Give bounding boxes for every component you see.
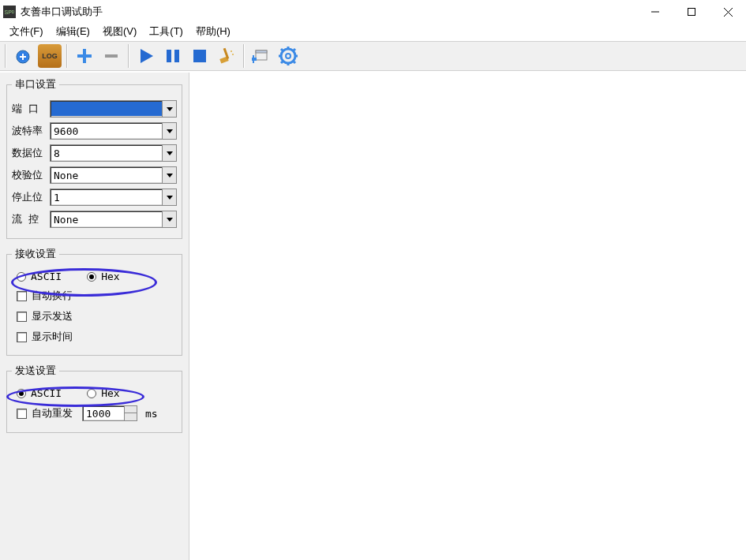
recv-hex-label: Hex: [101, 271, 119, 282]
svg-point-31: [286, 54, 291, 58]
baud-value: 9600: [54, 125, 78, 137]
svg-rect-25: [256, 50, 267, 53]
interval-value: 1000: [86, 408, 111, 420]
menu-bar: 文件(F) 编辑(E) 视图(V) 工具(T) 帮助(H): [0, 24, 746, 41]
send-ascii-label: ASCII: [31, 387, 62, 399]
chevron-down-icon[interactable]: [162, 101, 176, 117]
svg-rect-15: [105, 54, 118, 58]
svg-line-39: [293, 49, 295, 51]
baud-combobox[interactable]: 9600: [50, 122, 177, 140]
svg-rect-12: [20, 56, 26, 58]
new-window-button[interactable]: [249, 44, 273, 68]
svg-rect-14: [77, 54, 92, 58]
toolbar-separator: [243, 44, 245, 68]
databits-label: 数据位: [12, 146, 50, 160]
svg-line-37: [293, 61, 295, 63]
send-hex-label: Hex: [101, 387, 119, 399]
chevron-down-icon[interactable]: [162, 123, 176, 139]
settings-button[interactable]: [276, 44, 300, 68]
databits-combobox[interactable]: 8: [50, 144, 177, 162]
port-combobox[interactable]: [50, 100, 177, 118]
baud-label: 波特率: [12, 124, 50, 138]
svg-point-23: [232, 54, 234, 55]
interval-spinner[interactable]: 1000: [82, 405, 137, 421]
menu-tools[interactable]: 工具(T): [143, 23, 189, 40]
menu-edit[interactable]: 编辑(E): [50, 23, 96, 40]
flow-value: None: [54, 214, 78, 226]
showsend-checkbox[interactable]: [17, 312, 27, 322]
svg-marker-16: [141, 49, 153, 63]
svg-rect-29: [252, 59, 257, 61]
connect-button[interactable]: [11, 44, 35, 68]
play-button[interactable]: [134, 44, 158, 68]
app-icon: SPD: [3, 6, 16, 18]
wrap-checkbox[interactable]: [17, 291, 27, 301]
spin-down-icon[interactable]: [124, 413, 137, 420]
port-label: 端 口: [12, 102, 50, 116]
menu-file[interactable]: 文件(F): [3, 23, 50, 40]
chevron-down-icon[interactable]: [162, 189, 176, 205]
toolbar-separator: [5, 44, 6, 68]
interval-unit: ms: [145, 408, 158, 420]
add-button[interactable]: [73, 44, 96, 68]
minimize-button[interactable]: [637, 0, 673, 24]
svg-rect-18: [174, 50, 179, 62]
flow-label: 流 控: [12, 212, 50, 226]
left-panel: 串口设置 端 口 波特率 9600 数据位 8: [0, 73, 189, 560]
close-button[interactable]: [710, 0, 746, 24]
svg-rect-17: [167, 50, 171, 62]
radio-icon: [17, 272, 26, 282]
send-settings-group: 发送设置 ASCII Hex 自动重发 1000 m: [6, 364, 182, 433]
maximize-button[interactable]: [673, 0, 710, 24]
wrap-label: 自动换行: [32, 289, 73, 303]
output-area: [189, 73, 746, 560]
chevron-down-icon[interactable]: [162, 145, 176, 161]
toolbar: LOG: [0, 41, 746, 71]
spin-up-icon[interactable]: [124, 406, 137, 413]
recv-ascii-label: ASCII: [31, 271, 62, 282]
chevron-down-icon[interactable]: [162, 211, 176, 227]
menu-view[interactable]: 视图(V): [96, 23, 143, 40]
showsend-label: 显示发送: [32, 309, 73, 323]
send-legend: 发送设置: [12, 364, 59, 378]
chevron-down-icon[interactable]: [162, 167, 176, 183]
recv-hex-radio[interactable]: Hex: [87, 271, 119, 282]
svg-rect-19: [193, 50, 206, 62]
svg-point-22: [231, 50, 232, 52]
svg-line-38: [281, 61, 283, 63]
svg-rect-1: [688, 9, 695, 16]
recv-ascii-radio[interactable]: ASCII: [17, 271, 62, 282]
resend-checkbox[interactable]: [17, 409, 27, 419]
flow-combobox[interactable]: None: [50, 211, 177, 228]
stopbits-value: 1: [54, 192, 60, 203]
serial-settings-group: 串口设置 端 口 波特率 9600 数据位 8: [6, 77, 182, 239]
stopbits-label: 停止位: [12, 190, 50, 204]
log-icon-label: LOG: [42, 52, 58, 60]
remove-button[interactable]: [99, 44, 123, 68]
window-title: 友善串口调试助手: [21, 5, 103, 19]
resend-label: 自动重发: [32, 406, 73, 420]
radio-icon: [17, 389, 26, 398]
showtime-checkbox[interactable]: [17, 332, 27, 342]
log-button[interactable]: LOG: [38, 44, 62, 68]
parity-combobox[interactable]: None: [50, 166, 177, 184]
parity-value: None: [54, 170, 78, 181]
receive-settings-group: 接收设置 ASCII Hex 自动换行 显示发送: [6, 247, 182, 356]
title-bar: SPD 友善串口调试助手: [0, 0, 746, 24]
stop-button[interactable]: [188, 44, 212, 68]
send-hex-radio[interactable]: Hex: [87, 387, 119, 399]
serial-legend: 串口设置: [12, 77, 59, 91]
radio-icon: [87, 389, 96, 398]
pause-button[interactable]: [161, 44, 185, 68]
menu-help[interactable]: 帮助(H): [189, 23, 237, 40]
toolbar-separator: [66, 44, 68, 68]
receive-legend: 接收设置: [12, 247, 59, 261]
send-ascii-radio[interactable]: ASCII: [17, 387, 62, 399]
radio-icon: [87, 272, 96, 282]
svg-line-36: [281, 49, 283, 51]
stopbits-combobox[interactable]: 1: [50, 189, 177, 206]
toolbar-separator: [128, 44, 129, 68]
clear-button[interactable]: [215, 44, 238, 68]
parity-label: 校验位: [12, 168, 50, 182]
showtime-label: 显示时间: [32, 330, 73, 344]
